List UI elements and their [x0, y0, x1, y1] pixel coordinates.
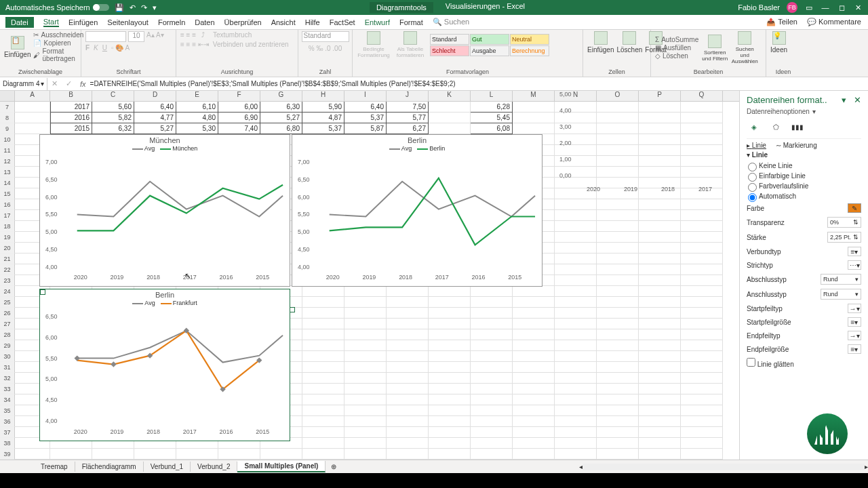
tab-seitenlayout[interactable]: Seitenlayout: [107, 18, 149, 26]
pane-close-icon[interactable]: ✕: [854, 95, 861, 105]
style-ausgabe[interactable]: Ausgabe: [470, 45, 509, 56]
svg-rect-39: [111, 361, 116, 367]
redo-icon[interactable]: ↷: [141, 3, 147, 12]
tab-einfuegen[interactable]: Einfügen: [68, 18, 98, 26]
tab-formeln[interactable]: Formeln: [158, 18, 185, 26]
svg-text:6,50: 6,50: [45, 176, 57, 183]
tab-ansicht[interactable]: Ansicht: [271, 18, 296, 26]
svg-text:6,00: 6,00: [298, 194, 309, 201]
cond-format-button[interactable]: Bedingte Formatierung: [357, 31, 391, 58]
sheet-tab[interactable]: Verbund_1: [144, 462, 191, 472]
smooth-line-checkbox[interactable]: [747, 358, 755, 367]
worksheet[interactable]: ABCDEFGHIJKLMNOPQ 720175,606,406,106,006…: [0, 91, 739, 460]
number-format-combo[interactable]: Standard: [302, 31, 349, 42]
svg-text:4,00: 4,00: [298, 264, 309, 270]
dash-type[interactable]: ⋯▾: [848, 260, 861, 270]
ideas-button[interactable]: 💡Ideen: [770, 31, 787, 54]
font-family-combo[interactable]: [85, 31, 126, 42]
user-avatar[interactable]: FB: [787, 2, 797, 13]
start-arrow-type[interactable]: →▾: [848, 304, 861, 313]
style-gut[interactable]: Gut: [470, 34, 509, 45]
tab-ueberpruefen[interactable]: Überprüfen: [224, 18, 262, 26]
tab-datei[interactable]: Datei: [5, 17, 34, 28]
svg-text:4,50: 4,50: [298, 246, 309, 253]
formula-bar[interactable]: =DATENREIHE('Small Multiples (Panel)'!$E…: [90, 80, 456, 87]
format-painter-button[interactable]: 🖌 Format übertragen: [33, 47, 83, 62]
share-button[interactable]: 📤 Teilen: [766, 18, 797, 26]
chart-berlin[interactable]: Berlin AvgBerlin 7,006,506,005,505,004,5…: [292, 134, 542, 287]
svg-text:2019: 2019: [110, 428, 123, 435]
svg-text:6,00: 6,00: [45, 194, 57, 201]
style-schlecht[interactable]: Schlecht: [430, 45, 469, 56]
fill-outline-icon[interactable]: ◈: [747, 119, 762, 134]
svg-text:2016: 2016: [472, 274, 486, 281]
delete-cells-button[interactable]: Löschen: [616, 31, 642, 54]
effects-icon[interactable]: ⬠: [768, 119, 783, 134]
table-format-button[interactable]: Als Tabelle formatieren: [393, 31, 427, 58]
style-neutral[interactable]: Neutral: [510, 34, 549, 45]
find-select-button[interactable]: Suchen und Auswählen: [731, 31, 758, 64]
menu-bar: Datei Start Einfügen Seitenlayout Formel…: [0, 15, 868, 30]
chart-muenchen[interactable]: München AvgMünchen 7,006,506,005,505,004…: [39, 134, 290, 287]
svg-text:6,00: 6,00: [45, 334, 57, 341]
tab-entwurf[interactable]: Entwurf: [365, 18, 390, 26]
end-arrow-size[interactable]: ≡▾: [848, 344, 861, 354]
color-picker[interactable]: ✎: [848, 203, 861, 213]
svg-text:2015: 2015: [256, 428, 269, 435]
end-arrow-type[interactable]: →▾: [848, 331, 861, 340]
tab-format[interactable]: Format: [399, 18, 423, 26]
chevron-down-icon[interactable]: ▾: [812, 108, 816, 115]
sheet-tab[interactable]: Verbund_2: [191, 462, 237, 472]
tab-start[interactable]: Start: [43, 18, 59, 27]
series-options-icon[interactable]: ▮▮▮: [790, 119, 805, 134]
line-tab[interactable]: ▸ Linie: [747, 142, 766, 149]
tab-daten[interactable]: Daten: [195, 18, 214, 26]
minimize-icon[interactable]: —: [821, 3, 830, 12]
name-box[interactable]: Diagramm 4▾: [0, 78, 47, 90]
clear-button[interactable]: ◇ Löschen: [655, 52, 698, 60]
transparency-input[interactable]: 0%⇅: [827, 217, 861, 228]
width-input[interactable]: 2,25 Pt.⇅: [827, 232, 861, 243]
opt-auto-line[interactable]: [748, 193, 757, 202]
svg-text:4,00: 4,00: [45, 264, 57, 270]
tab-hilfe[interactable]: Hilfe: [305, 18, 320, 26]
join-type[interactable]: Rund▾: [821, 289, 861, 300]
svg-text:2017: 2017: [435, 274, 449, 281]
sheet-tab[interactable]: Treemap: [34, 462, 75, 472]
scroll-right-icon[interactable]: ▸: [865, 463, 868, 470]
style-berechnung[interactable]: Berechnung: [510, 45, 549, 56]
svg-text:2016: 2016: [220, 428, 233, 435]
compound-type[interactable]: ≡▾: [848, 247, 861, 256]
add-sheet-icon[interactable]: ⊕: [326, 463, 342, 470]
close-icon[interactable]: ✕: [853, 3, 863, 12]
comments-button[interactable]: 💬 Kommentare: [807, 18, 861, 26]
chart-frankfurt[interactable]: Berlin AvgFrankfurt 6,506,005,505,004,50…: [39, 289, 290, 441]
right-mini-chart: 5,00 4,00 3,00 2,00 1,00 0,00 2020 2019 …: [553, 91, 729, 206]
fx-icon[interactable]: fx: [76, 80, 90, 88]
undo-icon[interactable]: ↶: [130, 3, 136, 12]
sheet-tab[interactable]: Flächendiagramm: [75, 462, 144, 472]
cap-type[interactable]: Rund▾: [821, 274, 861, 285]
paste-button[interactable]: 📋Einfügen: [4, 36, 31, 58]
sheet-tab-active[interactable]: Small Multiples (Panel): [237, 461, 326, 472]
autosave-toggle[interactable]: Automatisches Speichern: [5, 3, 109, 12]
sort-filter-button[interactable]: Sortieren und Filtern: [701, 35, 728, 62]
maximize-icon[interactable]: ◻: [837, 3, 846, 12]
copy-button[interactable]: 📄 Kopieren: [33, 39, 83, 47]
fill-button[interactable]: ▦ Ausfüllen: [655, 44, 698, 52]
cancel-formula-icon[interactable]: ✕: [47, 79, 62, 88]
svg-text:2018: 2018: [146, 274, 160, 281]
search-box[interactable]: 🔍 Suchen: [433, 18, 469, 26]
tab-factset[interactable]: FactSet: [330, 18, 355, 26]
accept-formula-icon[interactable]: ✓: [62, 79, 76, 88]
ribbon: 📋Einfügen ✂ Ausschneiden 📄 Kopieren 🖌 Fo…: [0, 30, 868, 77]
autosum-button[interactable]: Σ AutoSumme: [655, 36, 698, 43]
ribbon-options-icon[interactable]: ▭: [804, 3, 814, 12]
marker-tab[interactable]: ∼ Markierung: [776, 142, 817, 149]
font-size-combo[interactable]: 10: [128, 31, 144, 42]
start-arrow-size[interactable]: ≡▾: [848, 317, 861, 327]
style-standard[interactable]: Standard: [430, 34, 469, 45]
save-icon[interactable]: 💾: [115, 3, 124, 12]
cut-button[interactable]: ✂ Ausschneiden: [33, 31, 83, 39]
insert-cells-button[interactable]: Einfügen: [587, 31, 614, 54]
